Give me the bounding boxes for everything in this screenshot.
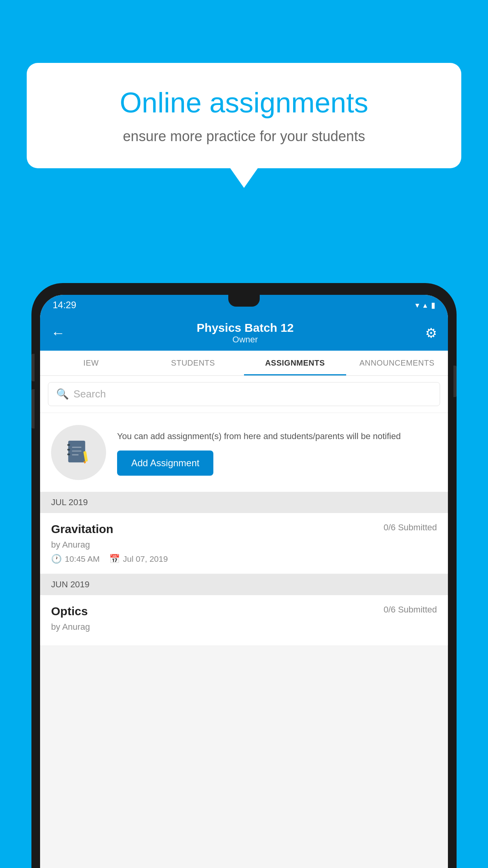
svg-rect-4: [72, 447, 81, 448]
svg-rect-3: [67, 453, 70, 455]
clock-icon: 🕐: [51, 554, 62, 564]
promo-icon-circle: [51, 425, 106, 480]
status-icons: ▾ ▴ ▮: [415, 300, 435, 310]
assignment-item-gravitation[interactable]: Gravitation 0/6 Submitted by Anurag 🕐 10…: [40, 513, 448, 574]
speech-bubble-subtitle: ensure more practice for your students: [54, 128, 434, 145]
phone-screen: 14:29 ▾ ▴ ▮ ← Physics Batch 12 Owner ⚙ I…: [40, 295, 448, 868]
status-time: 14:29: [53, 300, 76, 311]
volume-up-button: [31, 354, 35, 381]
content-area: 🔍 Search: [40, 376, 448, 646]
notebook-icon: [64, 438, 93, 467]
phone-notch: [228, 295, 260, 307]
search-icon: 🔍: [56, 388, 69, 400]
promo-content: You can add assignment(s) from here and …: [117, 430, 437, 476]
app-bar-title: Physics Batch 12: [197, 321, 294, 335]
speech-bubble: Online assignments ensure more practice …: [27, 63, 461, 168]
wifi-icon: ▾: [415, 300, 419, 310]
promo-description: You can add assignment(s) from here and …: [117, 430, 437, 443]
search-bar[interactable]: 🔍 Search: [48, 382, 440, 406]
assignment-header: Gravitation 0/6 Submitted: [51, 522, 437, 536]
calendar-icon: 📅: [109, 554, 120, 564]
svg-rect-2: [67, 449, 70, 451]
search-input[interactable]: Search: [73, 388, 106, 400]
assignment-submitted-optics: 0/6 Submitted: [383, 605, 437, 615]
back-button[interactable]: ←: [51, 325, 65, 341]
assignment-name: Gravitation: [51, 522, 113, 536]
promo-section: You can add assignment(s) from here and …: [40, 413, 448, 492]
assignment-by-optics: by Anurag: [51, 622, 437, 632]
assignment-item-optics[interactable]: Optics 0/6 Submitted by Anurag: [40, 595, 448, 646]
battery-icon: ▮: [431, 300, 435, 310]
settings-icon[interactable]: ⚙: [425, 325, 437, 341]
assignment-time: 10:45 AM: [65, 554, 100, 564]
svg-rect-6: [72, 454, 79, 455]
tab-students[interactable]: STUDENTS: [142, 351, 244, 375]
app-bar-subtitle: Owner: [197, 335, 294, 345]
tab-assignments[interactable]: ASSIGNMENTS: [244, 351, 346, 375]
phone-frame: 14:29 ▾ ▴ ▮ ← Physics Batch 12 Owner ⚙ I…: [31, 283, 457, 868]
assignment-date: Jul 07, 2019: [123, 554, 168, 564]
tab-iew[interactable]: IEW: [40, 351, 142, 375]
speech-bubble-container: Online assignments ensure more practice …: [27, 63, 461, 188]
power-button: [453, 366, 457, 397]
app-bar: ← Physics Batch 12 Owner ⚙: [40, 315, 448, 351]
signal-icon: ▴: [423, 300, 427, 310]
section-header-jul: JUL 2019: [40, 492, 448, 513]
svg-rect-5: [72, 451, 81, 451]
svg-rect-1: [67, 444, 70, 446]
assignment-by: by Anurag: [51, 540, 437, 550]
tabs-container: IEW STUDENTS ASSIGNMENTS ANNOUNCEMENTS: [40, 351, 448, 376]
assignment-header-optics: Optics 0/6 Submitted: [51, 605, 437, 618]
add-assignment-button[interactable]: Add Assignment: [117, 451, 213, 476]
time-meta: 🕐 10:45 AM: [51, 554, 100, 564]
section-header-jun: JUN 2019: [40, 574, 448, 595]
speech-bubble-title: Online assignments: [54, 86, 434, 119]
date-meta: 📅 Jul 07, 2019: [109, 554, 168, 564]
assignment-meta: 🕐 10:45 AM 📅 Jul 07, 2019: [51, 554, 437, 564]
search-container: 🔍 Search: [40, 376, 448, 412]
volume-down-button: [31, 389, 35, 428]
speech-bubble-tail: [230, 168, 258, 188]
tab-announcements[interactable]: ANNOUNCEMENTS: [346, 351, 448, 375]
assignment-submitted: 0/6 Submitted: [383, 522, 437, 533]
assignment-name-optics: Optics: [51, 605, 88, 618]
app-bar-title-container: Physics Batch 12 Owner: [197, 321, 294, 345]
